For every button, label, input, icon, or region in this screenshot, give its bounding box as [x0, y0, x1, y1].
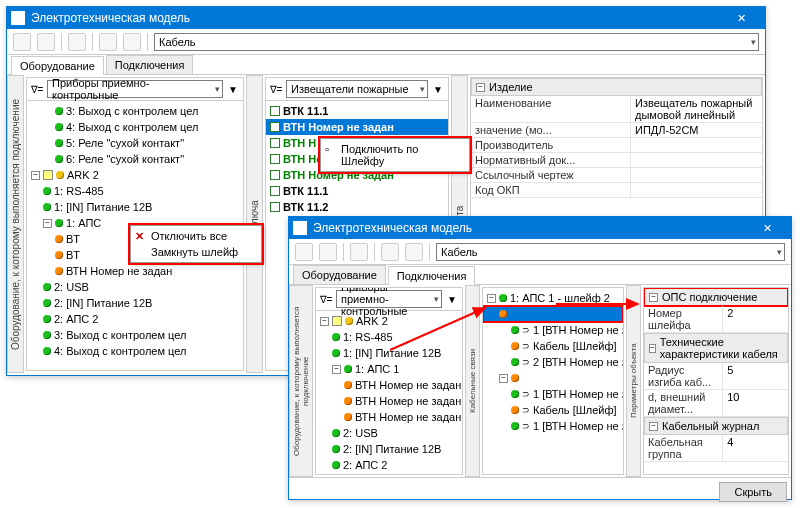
collapse-icon[interactable]: − [649, 422, 658, 431]
filter-arrow-icon[interactable]: ▼ [444, 291, 460, 307]
filter-arrow-icon[interactable]: ▼ [225, 81, 241, 97]
status-bullet-icon [43, 187, 51, 195]
expand-icon[interactable]: − [332, 365, 341, 374]
collapse-icon[interactable]: − [649, 293, 658, 302]
tb-btn-5[interactable] [123, 33, 141, 51]
tree-node[interactable]: 1: [IN] Питание 12В [27, 199, 243, 215]
tree-node[interactable]: −1: АПС 1 [316, 361, 462, 377]
tree-node[interactable]: 6: Реле "сухой контакт" [27, 151, 243, 167]
prop-row: Номер шлейфа2 [644, 306, 788, 333]
tree-node[interactable]: ВТК 11.2 [266, 199, 448, 215]
tree-node[interactable] [483, 306, 623, 322]
status-bullet-icon [332, 333, 340, 341]
status-bullet-icon [332, 461, 340, 469]
tb-btn-2[interactable] [319, 243, 337, 261]
tree-node[interactable]: 2: USB [27, 279, 243, 295]
tree-node[interactable]: ⊃1 [ВТН Номер не задан] [483, 322, 623, 338]
tb-btn-4[interactable] [381, 243, 399, 261]
context-menu-connect[interactable]: ▫Подключить по Шлейфу [320, 138, 470, 172]
expand-icon[interactable]: − [43, 219, 52, 228]
tab-equipment[interactable]: Оборудование [11, 56, 104, 75]
tree-node[interactable]: ⊃Кабель [Шлейф] [483, 402, 623, 418]
tree-node[interactable]: 2: [IN] Питание 12В [27, 295, 243, 311]
prop-key: Код ОКП [471, 183, 631, 197]
tree-node[interactable]: − [483, 370, 623, 386]
tree-node[interactable]: ⊃1 [ВТН Номер не задан] [483, 418, 623, 434]
toolbar-combo-cable[interactable]: Кабель [154, 33, 759, 51]
context-menu-loop[interactable]: ✕Отключить все Замкнуть шлейф [130, 225, 262, 263]
node-label: BT [66, 233, 80, 245]
tree-left[interactable]: −ARK 21: RS-4851: [IN] Питание 12В−1: АП… [316, 311, 462, 474]
expand-icon[interactable]: − [320, 317, 329, 326]
menu-item-close-loop[interactable]: Замкнуть шлейф [131, 244, 261, 260]
tree-node[interactable]: ВТК 11.1 [266, 103, 448, 119]
tree-mid[interactable]: −1: АПС 1 - шлейф 2⊃1 [ВТН Номер не зада… [483, 288, 623, 474]
toolbar-combo-cable[interactable]: Кабель [436, 243, 785, 261]
props-header-ops[interactable]: −ОПС подключение [644, 288, 788, 306]
tree-node[interactable]: 2: [IN] Питание 12В [316, 441, 462, 457]
tree-node[interactable]: −1: АПС 1 - шлейф 2 [483, 290, 623, 306]
tree-node[interactable]: ⊃1 [ВТН Номер не задан] [483, 386, 623, 402]
tree-node[interactable]: ВТН Номер не задан [266, 119, 448, 135]
props-header[interactable]: −Изделие [471, 78, 762, 96]
filter-icon[interactable]: ∇= [29, 81, 45, 97]
filter-icon[interactable]: ∇= [268, 81, 284, 97]
tb-btn-1[interactable] [295, 243, 313, 261]
tree-node[interactable]: 2: АПС 2 [316, 457, 462, 473]
tree-node[interactable]: 1: [IN] Питание 12В [316, 345, 462, 361]
filter-left-combo[interactable]: Приборы приемно-контрольные [336, 290, 442, 308]
tree-node[interactable]: 5: Реле "сухой контакт" [27, 135, 243, 151]
status-bullet-icon [55, 139, 63, 147]
tb-btn-3[interactable] [350, 243, 368, 261]
tree-node[interactable]: 3: Выход с контролем цело [316, 473, 462, 474]
tree-node[interactable]: −ARK 2 [27, 167, 243, 183]
tree-node[interactable]: ⊃2 [ВТН Номер не задан] [483, 354, 623, 370]
filter-arrow-icon[interactable]: ▼ [430, 81, 446, 97]
tb-btn-2[interactable] [37, 33, 55, 51]
tree-node[interactable]: 4: Выход с контролем цел [27, 343, 243, 359]
tree-node[interactable]: 4: Выход с контролем цел [27, 119, 243, 135]
tree-node[interactable]: 3: Выход с контролем цел [27, 327, 243, 343]
tb-btn-1[interactable] [13, 33, 31, 51]
x-icon: ✕ [135, 230, 144, 243]
tb-btn-5[interactable] [405, 243, 423, 261]
tree-node[interactable]: ВТН Номер не задан [316, 393, 462, 409]
tree-node[interactable]: ВТН Номер не задан [316, 377, 462, 393]
menu-item-connect-by-loop[interactable]: ▫Подключить по Шлейфу [321, 141, 469, 169]
tree-node[interactable]: ВТК 11.1 [266, 183, 448, 199]
collapse-icon[interactable]: − [476, 83, 485, 92]
tb-btn-4[interactable] [99, 33, 117, 51]
props-header-journal[interactable]: −Кабельный журнал [644, 417, 788, 435]
tree-node[interactable]: 1: RS-485 [27, 183, 243, 199]
props-header-tech[interactable]: −Технические характеристики кабеля [644, 333, 788, 363]
tree-node[interactable]: ВТН Номер не задан [316, 409, 462, 425]
collapse-icon[interactable]: − [649, 344, 656, 353]
titlebar[interactable]: Электротехническая модель ✕ [7, 7, 765, 29]
tree-node[interactable]: 2: USB [316, 425, 462, 441]
tabs: Оборудование Подключения [289, 265, 791, 285]
tree-node[interactable]: ⊃Кабель [Шлейф] [483, 338, 623, 354]
filter-right-combo[interactable]: Извещатели пожарные [286, 80, 428, 98]
node-label: 1: АПС 1 [355, 363, 399, 375]
tab-connections[interactable]: Подключения [106, 55, 194, 74]
filter-left-combo[interactable]: Приборы приемно-контрольные [47, 80, 223, 98]
tb-btn-3[interactable] [68, 33, 86, 51]
tab-connections[interactable]: Подключения [388, 266, 476, 285]
expand-icon[interactable]: − [499, 374, 508, 383]
tab-equipment[interactable]: Оборудование [293, 265, 386, 284]
titlebar[interactable]: Электротехническая модель ✕ [289, 217, 791, 239]
expand-icon[interactable]: − [31, 171, 40, 180]
menu-item-disconnect-all[interactable]: ✕Отключить все [131, 228, 261, 244]
expand-icon[interactable]: − [487, 294, 496, 303]
close-icon[interactable]: ✕ [747, 222, 787, 235]
tree-node[interactable]: 2: АПС 2 [27, 311, 243, 327]
close-icon[interactable]: ✕ [721, 12, 761, 25]
node-label: 6: Реле "сухой контакт" [66, 153, 184, 165]
status-bullet-icon [344, 397, 352, 405]
hide-button[interactable]: Скрыть [719, 482, 787, 502]
node-label: 3: Выход с контролем цел [54, 329, 186, 341]
tree-node[interactable]: ВТН Номер не задан [27, 263, 243, 279]
tree-node[interactable]: 3: Выход с контролем цел [27, 103, 243, 119]
filter-icon[interactable]: ∇= [318, 291, 334, 307]
tree-node[interactable]: 1: RS-485 [316, 329, 462, 345]
